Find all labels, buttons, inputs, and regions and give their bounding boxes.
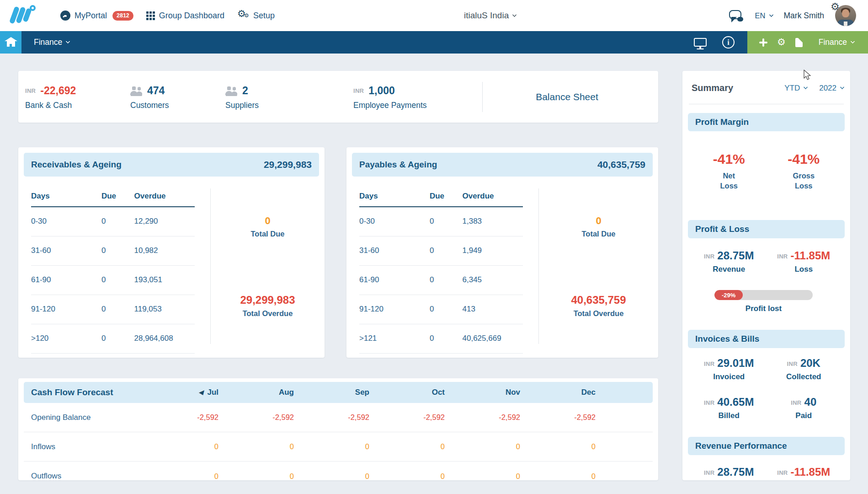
column-header: Days bbox=[31, 186, 101, 207]
gear-icon[interactable]: ⚙ bbox=[777, 37, 786, 47]
stat-value: 2 bbox=[242, 85, 248, 97]
table-row: 91-120 0 119,053 bbox=[31, 295, 195, 324]
total-overdue: 29,299,983 Total Overdue bbox=[211, 294, 325, 318]
balance-sheet-link[interactable]: Balance Sheet bbox=[483, 91, 651, 102]
stat-label: Employee Payments bbox=[353, 101, 482, 110]
net-loss-kpi: -41% Net Loss bbox=[692, 151, 767, 191]
settings-gear-icon[interactable]: ⚙ bbox=[831, 1, 840, 13]
invoices-bills-row1: INR29.01M Invoiced INR20K Collected bbox=[692, 357, 841, 381]
nav-group-dashboard[interactable]: Group Dashboard bbox=[146, 11, 224, 21]
nav-setup[interactable]: Setup bbox=[237, 10, 275, 21]
payables-header: Payables & Ageing 40,635,759 bbox=[352, 153, 653, 177]
stat-customers[interactable]: 474 Customers bbox=[130, 84, 225, 110]
stat-suppliers[interactable]: 2 Suppliers bbox=[225, 84, 353, 110]
chevron-down-icon bbox=[769, 12, 773, 17]
file-icon[interactable] bbox=[795, 38, 803, 47]
module-quick-selector[interactable]: Finance bbox=[819, 38, 854, 47]
month-column: Jul bbox=[143, 388, 218, 397]
chevron-down-icon bbox=[804, 85, 808, 90]
year-selector[interactable]: 2022 bbox=[819, 84, 844, 93]
stat-label: Suppliers bbox=[225, 101, 353, 110]
stat-employee-payments[interactable]: INR 1,000 Employee Payments bbox=[353, 84, 482, 110]
app-logo[interactable] bbox=[10, 5, 38, 26]
user-menu[interactable]: ⚙ bbox=[835, 5, 856, 26]
profit-loss-values: INR28.75M Revenue INR-11.85M Loss bbox=[692, 249, 841, 274]
column-header: Due bbox=[101, 186, 134, 207]
gauge-icon bbox=[60, 11, 70, 21]
total-overdue: 40,635,759 Total Overdue bbox=[539, 294, 658, 318]
dashboard-content: INR -22,692 Bank & Cash 474 Customers 2 … bbox=[0, 54, 868, 494]
module-selector[interactable]: Finance bbox=[34, 38, 69, 47]
invoices-bills-row2: INR40.65M Billed INR40 Paid bbox=[692, 396, 841, 420]
nav-myportal[interactable]: MyPortal 2812 bbox=[60, 11, 133, 21]
total-due: 0 Total Due bbox=[539, 215, 658, 238]
progress-label: Profit lost bbox=[714, 304, 813, 313]
divider bbox=[689, 104, 844, 104]
payables-card: Payables & Ageing 40,635,759 Days Due Ov… bbox=[346, 147, 658, 358]
screen: MyPortal 2812 Group Dashboard Setup itia… bbox=[0, 0, 868, 494]
payables-body: Days Due Overdue 0-30 0 1,383 31-60 bbox=[346, 182, 658, 354]
module-label: Finance bbox=[34, 38, 62, 47]
language-selector[interactable]: EN bbox=[755, 11, 773, 20]
stat-value: 474 bbox=[147, 85, 165, 97]
summary-panel: Summary YTD 2022 Profit Margin -41% Net bbox=[682, 71, 850, 480]
column-header: Due bbox=[430, 186, 463, 207]
stat-bank-cash[interactable]: INR -22,692 Bank & Cash bbox=[25, 84, 130, 110]
company-selector[interactable]: itialuS India bbox=[464, 0, 516, 31]
header-right: EN Mark Smith ⚙ bbox=[729, 0, 856, 31]
paid-kpi: INR40 Paid bbox=[767, 396, 841, 420]
invoiced-kpi: INR29.01M Invoiced bbox=[692, 357, 767, 381]
table-row: 0-30 0 1,383 bbox=[359, 207, 523, 236]
payables-table: Days Due Overdue 0-30 0 1,383 31-60 bbox=[359, 186, 523, 354]
period-selector[interactable]: YTD bbox=[784, 84, 807, 93]
back-arrow-icon[interactable] bbox=[198, 388, 207, 397]
month-column: Aug bbox=[218, 388, 294, 397]
navbar-right: ⚙ Finance bbox=[694, 31, 868, 54]
notification-badge: 2812 bbox=[112, 11, 133, 21]
loss-kpi: INR-11.85M Loss bbox=[767, 249, 841, 274]
home-button[interactable] bbox=[0, 31, 21, 54]
revenue-performance-values: INR28.75M INR-11.85M bbox=[692, 466, 841, 478]
column-header: Days bbox=[359, 186, 430, 207]
stat-value: -22,692 bbox=[40, 85, 76, 97]
card-title: Payables & Ageing bbox=[359, 160, 437, 170]
payables-totals: 0 Total Due 40,635,759 Total Overdue bbox=[539, 186, 658, 354]
chevron-down-icon bbox=[851, 39, 855, 44]
logo-pin-icon bbox=[30, 5, 36, 11]
main-nav: MyPortal 2812 Group Dashboard Setup bbox=[60, 10, 275, 21]
quick-tools: ⚙ Finance bbox=[747, 31, 868, 54]
column-header: Overdue bbox=[463, 186, 523, 207]
receivables-card: Receivables & Ageing 29,299,983 Days Due… bbox=[18, 147, 325, 358]
chat-icon[interactable] bbox=[729, 10, 744, 22]
stats-card: INR -22,692 Bank & Cash 474 Customers 2 … bbox=[18, 71, 658, 123]
nav-group-dashboard-label: Group Dashboard bbox=[159, 11, 224, 21]
card-title: Receivables & Ageing bbox=[31, 160, 122, 170]
table-row: 31-60 0 1,949 bbox=[359, 236, 523, 265]
chat-tail bbox=[731, 17, 737, 22]
nav-myportal-label: MyPortal bbox=[75, 11, 107, 21]
top-header: MyPortal 2812 Group Dashboard Setup itia… bbox=[0, 0, 868, 31]
user-name: Mark Smith bbox=[784, 11, 824, 21]
stat-value: 1,000 bbox=[368, 85, 395, 97]
chevron-down-icon bbox=[512, 12, 517, 17]
month-column: Sep bbox=[294, 388, 369, 397]
table-row: 31-60 0 10,982 bbox=[31, 236, 195, 265]
grid-icon bbox=[146, 11, 155, 20]
people-icon bbox=[130, 86, 143, 96]
receivables-header: Receivables & Ageing 29,299,983 bbox=[24, 153, 319, 177]
chevron-down-icon bbox=[66, 39, 70, 44]
plus-icon[interactable] bbox=[759, 38, 767, 47]
people-icon bbox=[225, 86, 238, 96]
column-header: Overdue bbox=[134, 186, 195, 207]
rp-loss-kpi: INR-11.85M bbox=[767, 466, 841, 478]
summary-title: Summary bbox=[692, 83, 772, 93]
table-row: 61-90 0 6,345 bbox=[359, 265, 523, 295]
profit-margin-values: -41% Net Loss -41% Gross Loss bbox=[692, 151, 841, 191]
table-row: 61-90 0 193,051 bbox=[31, 265, 195, 295]
company-name: itialuS India bbox=[464, 11, 509, 21]
monitor-icon[interactable] bbox=[694, 38, 707, 47]
billed-kpi: INR40.65M Billed bbox=[692, 396, 767, 420]
profit-lost-progress: -29% Profit lost bbox=[714, 290, 813, 313]
info-icon[interactable] bbox=[722, 36, 735, 48]
stat-label: Bank & Cash bbox=[25, 101, 130, 110]
